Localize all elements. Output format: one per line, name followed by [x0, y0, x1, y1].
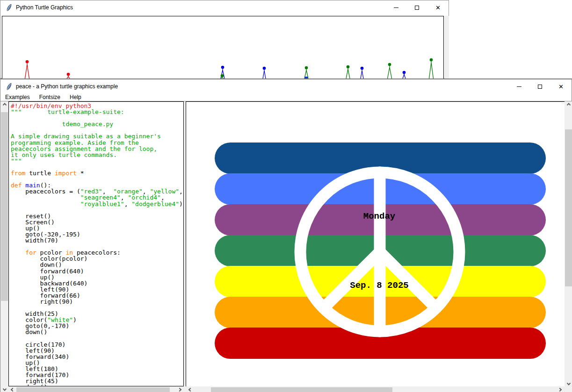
back-close-button[interactable]: ✕ — [427, 0, 449, 14]
turtle-drawing-canvas[interactable]: MondaySep. 8 2025 — [186, 101, 565, 386]
menu-help[interactable]: Help — [65, 94, 86, 100]
python-feather-icon — [6, 4, 12, 11]
python-feather-icon — [6, 83, 12, 90]
front-window-title: peace - a Python turtle graphics example — [16, 83, 118, 90]
front-close-button[interactable]: ✕ — [550, 79, 572, 93]
source-code-text: #!/usr/bin/env python3""" turtle-example… — [11, 103, 183, 386]
back-window-title: Python Turtle Graphics — [16, 4, 73, 11]
chevron-left-icon — [188, 388, 192, 392]
minimize-icon — [394, 7, 398, 8]
turtle-figure — [67, 73, 70, 78]
turtle-figure — [304, 66, 308, 78]
code-hscroll-thumb[interactable] — [16, 387, 170, 392]
back-window-titlebar[interactable]: Python Turtle Graphics ✕ — [0, 0, 449, 14]
scroll-left-arrow[interactable] — [187, 387, 194, 392]
scroll-up-arrow[interactable] — [0, 102, 8, 109]
scroll-down-arrow[interactable] — [565, 379, 572, 386]
canvas-horizontal-scrollbar[interactable] — [186, 387, 565, 392]
turtle-figure — [429, 58, 434, 78]
canvas-vertical-scrollbar[interactable] — [565, 101, 572, 387]
back-maximize-button[interactable] — [406, 0, 427, 14]
canvas-text: Sep. 8 2025 — [350, 280, 408, 291]
scrollbar-corner — [565, 387, 572, 392]
source-code-viewer[interactable]: #!/usr/bin/env python3""" turtle-example… — [8, 101, 184, 386]
turtle-graphics-canvas[interactable] — [2, 16, 444, 79]
menu-fontsize[interactable]: Fontsize — [35, 94, 65, 100]
menu-examples[interactable]: Examples — [0, 94, 35, 100]
chevron-right-icon — [178, 388, 181, 392]
chevron-right-icon — [558, 388, 562, 392]
peace-example-window: peace - a Python turtle graphics example… — [0, 78, 572, 392]
maximize-icon — [415, 6, 419, 10]
turtle-figure — [25, 60, 29, 78]
scroll-right-arrow[interactable] — [176, 387, 183, 392]
back-canvas-scroll-gutter[interactable] — [444, 16, 449, 79]
turtle-figure — [346, 65, 350, 78]
front-minimize-button[interactable] — [508, 79, 529, 93]
front-window-content: #!/usr/bin/env python3""" turtle-example… — [0, 101, 572, 392]
front-maximize-button[interactable] — [529, 79, 550, 93]
chevron-up-icon — [2, 103, 6, 107]
turtle-graphics-window: Python Turtle Graphics ✕ — [0, 0, 449, 78]
canvas-vscroll-thumb[interactable] — [565, 129, 572, 286]
code-vscroll-thumb[interactable] — [1, 112, 8, 301]
turtle-figure — [361, 67, 364, 78]
peace-drawing: MondaySep. 8 2025 — [186, 102, 565, 386]
canvas-text: Monday — [363, 211, 396, 221]
chevron-up-icon — [566, 103, 570, 107]
chevron-down-icon — [566, 381, 570, 385]
back-minimize-button[interactable] — [385, 0, 406, 14]
scroll-right-arrow[interactable] — [557, 387, 563, 392]
scroll-left-arrow[interactable] — [9, 387, 16, 392]
turtle-figure — [403, 71, 406, 78]
chevron-left-icon — [11, 388, 14, 392]
maximize-icon — [538, 85, 542, 89]
chevron-down-icon — [2, 387, 6, 391]
front-window-titlebar[interactable]: peace - a Python turtle graphics example… — [0, 79, 572, 93]
turtle-figures-drawing — [2, 16, 443, 78]
menubar: Examples Fontsize Help — [0, 93, 572, 101]
scroll-up-arrow[interactable] — [565, 102, 572, 109]
turtle-figure — [388, 63, 392, 78]
code-vertical-scrollbar[interactable] — [0, 101, 8, 392]
close-icon: ✕ — [558, 84, 564, 90]
turtle-figure — [263, 67, 266, 78]
canvas-hscroll-thumb[interactable] — [211, 387, 392, 392]
scroll-down-arrow[interactable] — [0, 385, 8, 392]
close-icon: ✕ — [435, 5, 441, 11]
code-horizontal-scrollbar[interactable] — [8, 387, 184, 392]
minimize-icon — [517, 86, 521, 87]
